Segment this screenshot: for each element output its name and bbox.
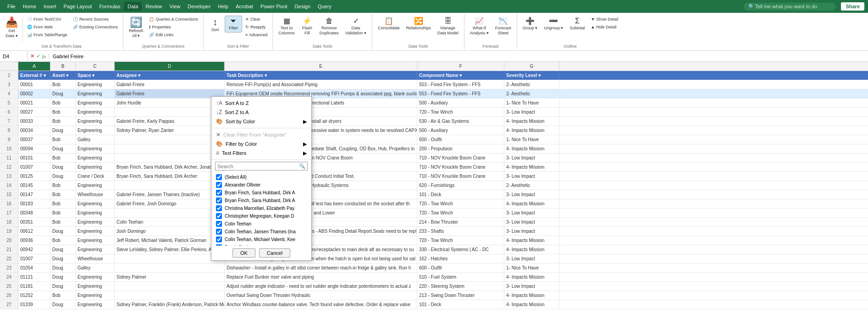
consolidate-button[interactable]: 📋 Consolidate <box>375 16 403 33</box>
header-assignee[interactable]: Assignee ▾ <box>115 71 225 80</box>
text-filters-item[interactable]: ≡ Text Filters ▶ <box>211 148 311 158</box>
menu-item-insert[interactable]: Insert <box>40 2 60 11</box>
filter-checkbox-item[interactable]: Colin Teehan, Jansen Thames (Ina <box>211 228 311 236</box>
menu-item-developer[interactable]: Developer <box>184 2 214 11</box>
menu-item-review[interactable]: Review <box>142 2 166 11</box>
group-button[interactable]: ➕ Group ▾ <box>520 16 541 33</box>
cell-d[interactable] <box>115 291 225 300</box>
from-text-csv-button[interactable]: 📄 From Text/CSV <box>25 16 70 23</box>
menu-item-formulas[interactable]: Formulas <box>95 2 124 11</box>
cell-d[interactable]: Bryan Finch, Sara Hubbard, Dirk Archer <box>115 172 225 181</box>
refresh-all-button[interactable]: 🔄 RefreshAll ▾ <box>126 16 146 40</box>
filter-checkbox-item[interactable]: Bryan Finch, Sara Hubbard, Dirk A <box>211 197 311 204</box>
share-button[interactable]: Share <box>841 2 864 11</box>
clear-filter-item[interactable]: ✕ Clear Filter From "Assignee" <box>211 130 311 139</box>
filter-search-input[interactable] <box>217 164 297 169</box>
cell-d[interactable] <box>115 264 225 272</box>
filter-checkbox-item[interactable]: Alexander Ollivier <box>211 181 311 189</box>
sort-a-to-z-item[interactable]: ↑A Sort A to Z <box>211 99 311 108</box>
col-header-g[interactable]: G <box>504 62 559 71</box>
filter-item-checkbox[interactable] <box>216 213 222 219</box>
hide-detail-button[interactable]: ▲ Hide Detail <box>588 23 620 31</box>
cell-d[interactable]: Steve LeValley, Sidney Palmer, Ellie Per… <box>115 245 225 254</box>
filter-checkbox-item[interactable]: Bryan Finch, Sara Hubbard, Dirk A <box>211 189 311 197</box>
sort-button[interactable]: ↕ Sort <box>206 16 224 34</box>
cell-d[interactable]: Gabriel Freire, Karly Pappas <box>115 117 225 126</box>
cell-d[interactable]: Josh Domingo <box>115 227 225 236</box>
filter-item-checkbox[interactable] <box>216 198 222 203</box>
cell-d[interactable]: Colin Teehan <box>115 218 225 226</box>
cell-d[interactable] <box>115 209 225 217</box>
from-table-range-button[interactable]: 📊 From Table/Range <box>25 31 70 38</box>
filter-item-checkbox[interactable] <box>216 221 222 227</box>
data-validation-button[interactable]: ✓ DataValidation ▾ <box>343 16 369 38</box>
filter-item-checkbox[interactable] <box>216 182 222 188</box>
cell-reference-box[interactable]: D4 <box>0 51 28 61</box>
menu-item-page-layout[interactable]: Page Layout <box>60 2 96 11</box>
menu-item-help[interactable]: Help <box>214 2 232 11</box>
menu-item-design[interactable]: Design <box>291 2 314 11</box>
sort-z-to-a-item[interactable]: ↓Z Sort Z to A <box>211 108 311 117</box>
cell-d[interactable]: Sidney Palmer <box>115 273 225 281</box>
cell-d[interactable]: Sidney Palmer, Franklin (Frank) Anderson… <box>115 300 225 309</box>
reapply-button[interactable]: ↻ Reapply <box>243 23 270 31</box>
recent-sources-button[interactable]: 🕐 Recent Sources <box>71 16 120 23</box>
filter-checkbox-item[interactable]: Christopher Megregian, Keegan D <box>211 212 311 220</box>
cell-d[interactable]: John Hurdle <box>115 99 225 107</box>
filter-by-color-item[interactable]: 🎨 Filter by Color ▶ <box>211 139 311 148</box>
manage-data-model-button[interactable]: 🗄 ManageData Model <box>435 16 461 38</box>
filter-item-checkbox[interactable] <box>216 244 222 246</box>
show-detail-button[interactable]: ▼ Show Detail <box>588 16 620 23</box>
cell-d[interactable] <box>115 135 225 144</box>
confirm-formula-icon[interactable]: ✓ <box>36 53 40 59</box>
cell-d[interactable]: Gabriel Freire, Jansen Thames (Inactive) <box>115 190 225 199</box>
forecast-sheet-button[interactable]: 📉 ForecastSheet <box>492 16 514 38</box>
properties-button[interactable]: ℹ Properties <box>147 23 200 31</box>
col-header-f[interactable]: F <box>417 62 504 71</box>
filter-button[interactable]: ⏷ Filter <box>225 16 242 33</box>
from-web-button[interactable]: 🌐 From Web <box>25 23 70 31</box>
existing-connections-button[interactable]: 🔗 Existing Connections <box>71 23 120 31</box>
cell-d[interactable]: Gabriel Freire <box>115 80 225 89</box>
relationships-button[interactable]: 🔀 Relationships <box>404 16 434 33</box>
subtotal-button[interactable]: Σ Subtotal <box>567 16 587 33</box>
filter-ok-button[interactable]: OK <box>232 248 255 258</box>
ungroup-button[interactable]: ➖ Ungroup ▾ <box>541 16 566 33</box>
filter-item-checkbox[interactable] <box>216 236 222 242</box>
col-header-e[interactable]: E <box>225 62 417 71</box>
filter-item-checkbox[interactable] <box>216 229 222 235</box>
menu-item-file[interactable]: File <box>4 2 19 11</box>
filter-item-checkbox[interactable] <box>216 190 222 196</box>
select-all-checkbox[interactable] <box>216 174 222 180</box>
col-header-d[interactable]: D <box>115 62 225 71</box>
cell-d[interactable]: Sidney Palmer, Ryan Zanter <box>115 126 225 135</box>
menu-item-acrobat[interactable]: Acrobat <box>232 2 257 11</box>
cell-d[interactable] <box>115 282 225 291</box>
menu-item-data[interactable]: Data <box>124 2 142 11</box>
text-to-columns-button[interactable]: ▦ Text toColumns <box>276 16 298 38</box>
clear-button[interactable]: ✕ Clear <box>243 16 270 23</box>
menu-item-query[interactable]: Query <box>314 2 335 11</box>
cell-d[interactable]: Bryan Finch, Sara Hubbard, Dirk Archer, … <box>115 163 225 171</box>
sort-by-color-item[interactable]: 🎨 Sort by Color ▶ <box>211 117 311 126</box>
cell-d[interactable]: Gabriel Freire <box>115 89 225 98</box>
menu-item-view[interactable]: View <box>166 2 184 11</box>
filter-checkbox-item[interactable]: Colin Teehan, Michael Valenti, Kee <box>211 236 311 243</box>
col-header-a[interactable]: A <box>18 62 50 71</box>
advanced-button[interactable]: ≡ Advanced <box>243 31 270 38</box>
cancel-formula-icon[interactable]: ✕ <box>30 53 34 59</box>
get-data-button[interactable]: 📥 GetData ▾ <box>3 16 21 40</box>
select-all-item[interactable]: (Select All) <box>211 173 311 181</box>
insert-function-icon[interactable]: fx <box>42 54 46 59</box>
what-if-analysis-button[interactable]: 📈 What-IfAnalysis ▾ <box>467 16 492 38</box>
filter-checkbox-item[interactable]: Christina Marcellari, Elizabeth Pay <box>211 204 311 212</box>
cell-d[interactable] <box>115 144 225 153</box>
remove-duplicates-button[interactable]: 🗑 RemoveDuplicates <box>317 16 342 38</box>
edit-links-button[interactable]: 🔗 Edit Links <box>147 31 200 38</box>
search-input[interactable] <box>755 4 828 9</box>
menu-item-power-pivot[interactable]: Power Pivot <box>257 2 291 11</box>
queries-connections-button[interactable]: 📋 Queries & Connections <box>147 16 200 23</box>
filter-cancel-button[interactable]: Cancel <box>259 248 290 258</box>
col-header-c[interactable]: C <box>76 62 115 71</box>
cell-d[interactable]: Gabriel Freire, Josh Domingo <box>115 199 225 208</box>
